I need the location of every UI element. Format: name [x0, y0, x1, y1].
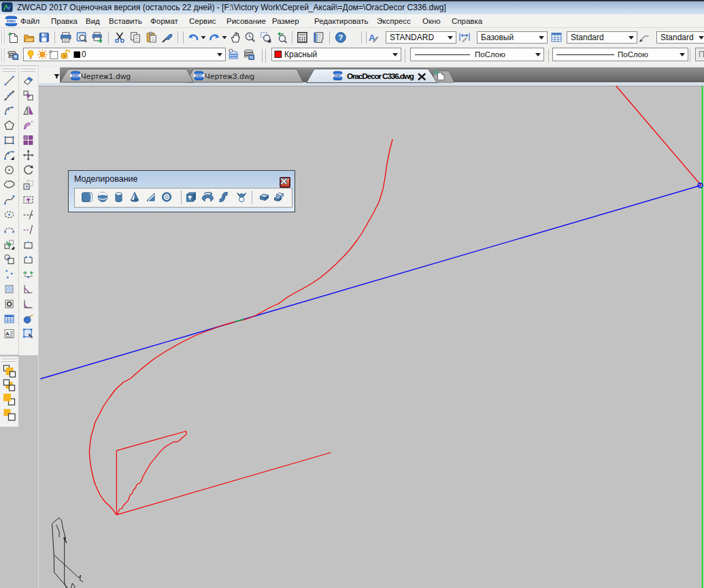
svg-text:?: ? — [338, 33, 343, 42]
svg-text:A: A — [5, 331, 10, 337]
svg-text:DWG: DWG — [7, 19, 16, 23]
